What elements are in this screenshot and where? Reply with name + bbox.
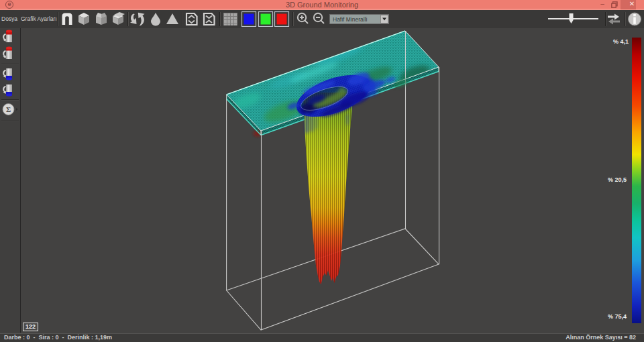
svg-text:Σ: Σ: [6, 105, 11, 113]
svg-text:Hafif Mineralli: Hafif Mineralli: [333, 16, 368, 23]
